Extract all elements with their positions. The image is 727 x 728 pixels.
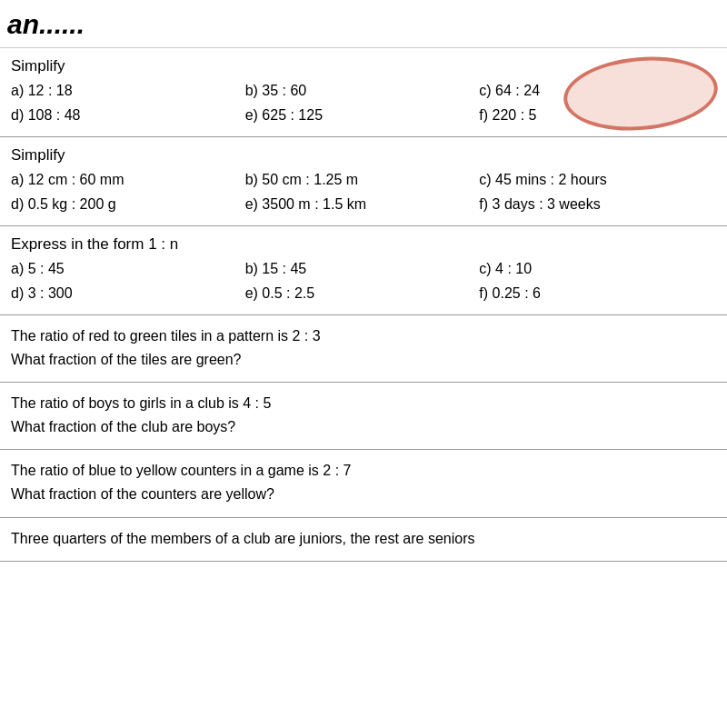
word-problem-1: The ratio of red to green tiles in a pat… xyxy=(0,315,727,383)
s2-e: e) 3500 m : 1.5 km xyxy=(245,194,480,214)
heading-text: an...... xyxy=(7,9,85,39)
page: an...... Simplify a) 12 : 18 b) 35 : 60 … xyxy=(0,0,727,728)
s1-f: f) 220 : 5 xyxy=(479,105,713,125)
s3-a: a) 5 : 45 xyxy=(11,259,245,279)
section3-title: Express in the form 1 : n xyxy=(11,235,713,254)
s3-b: b) 15 : 45 xyxy=(245,259,480,279)
section-express: Express in the form 1 : n a) 5 : 45 b) 1… xyxy=(0,226,727,315)
s1-a: a) 12 : 18 xyxy=(11,81,245,101)
section-simplify-numbers: Simplify a) 12 : 18 b) 35 : 60 c) 64 : 2… xyxy=(0,48,727,137)
s3-d: d) 3 : 300 xyxy=(11,284,245,304)
section3-grid: a) 5 : 45 b) 15 : 45 c) 4 : 10 d) 3 : 30… xyxy=(11,259,713,304)
word1-line2: What fraction of the tiles are green? xyxy=(11,348,716,372)
s2-c: c) 45 mins : 2 hours xyxy=(479,170,713,190)
section1-grid: a) 12 : 18 b) 35 : 60 c) 64 : 24 d) 108 … xyxy=(11,81,713,125)
s2-d: d) 0.5 kg : 200 g xyxy=(11,194,245,214)
s2-b: b) 50 cm : 1.25 m xyxy=(245,170,480,190)
section2-title: Simplify xyxy=(11,146,713,165)
word2-line1: The ratio of boys to girls in a club is … xyxy=(11,392,716,415)
word1-line1: The ratio of red to green tiles in a pat… xyxy=(11,324,716,348)
s3-c: c) 4 : 10 xyxy=(479,259,713,279)
word3-line1: The ratio of blue to yellow counters in … xyxy=(11,459,716,483)
word3-line2: What fraction of the counters are yellow… xyxy=(11,483,716,506)
s1-c: c) 64 : 24 xyxy=(479,81,713,101)
word-problem-2: The ratio of boys to girls in a club is … xyxy=(0,383,727,450)
word-problem-4: Three quarters of the members of a club … xyxy=(0,518,727,563)
s1-b: b) 35 : 60 xyxy=(245,81,480,101)
word-problem-3: The ratio of blue to yellow counters in … xyxy=(0,450,727,517)
word4-line1: Three quarters of the members of a club … xyxy=(11,527,716,551)
s2-a: a) 12 cm : 60 mm xyxy=(11,170,245,190)
section1-title: Simplify xyxy=(11,57,713,75)
s1-d: d) 108 : 48 xyxy=(11,105,245,125)
section2-grid: a) 12 cm : 60 mm b) 50 cm : 1.25 m c) 45… xyxy=(11,170,713,214)
s2-f: f) 3 days : 3 weeks xyxy=(479,194,713,214)
word2-line2: What fraction of the club are boys? xyxy=(11,415,716,439)
section-simplify-units: Simplify a) 12 cm : 60 mm b) 50 cm : 1.2… xyxy=(0,137,727,226)
s3-e: e) 0.5 : 2.5 xyxy=(245,284,480,304)
s1-e: e) 625 : 125 xyxy=(245,105,480,125)
s3-f: f) 0.25 : 6 xyxy=(479,284,713,304)
page-heading: an...... xyxy=(0,0,727,48)
